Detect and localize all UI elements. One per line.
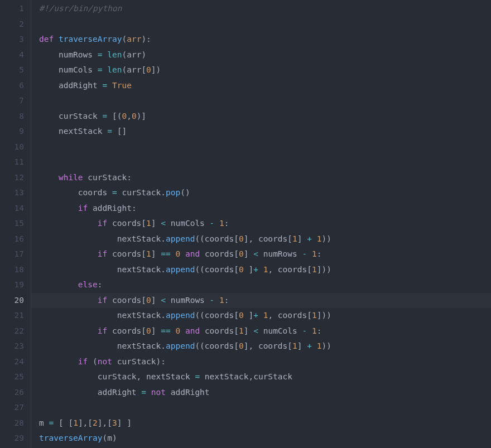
code-token: nextStack [141,372,195,381]
code-token: numRows [258,249,302,258]
code-token: 1 [219,219,224,228]
code-token: coords [205,341,234,350]
code-token: ] [151,65,156,74]
code-line[interactable]: if coords[0] == 0 and coords[1] < numCol… [39,324,331,339]
code-token: ] [297,341,302,350]
code-token: )) [321,341,331,350]
code-token: nextStack [39,127,107,136]
code-token: 1 [146,219,151,228]
code-line[interactable]: curStack = [(0,0)] [39,109,331,124]
code-token [112,127,117,136]
code-token: coords [205,311,234,320]
code-token: [ [234,249,239,258]
code-token: if [78,357,88,366]
code-token: + [307,341,312,350]
code-line[interactable] [39,139,331,155]
code-token: , [248,372,253,381]
code-token: : [98,280,103,289]
code-token: [ [141,296,146,305]
code-line[interactable]: if coords[0] < numRows - 1: [31,293,491,309]
code-token: [ [287,341,292,350]
code-token: [ [234,326,239,335]
code-token: [ [ [59,418,73,427]
code-token: , [127,112,132,121]
code-token: 0 [175,249,180,258]
code-token: addRight [39,388,141,397]
code-token [39,204,78,213]
code-token: [ [234,265,239,274]
code-line[interactable]: nextStack.append((coords[0 ]+ 1, coords[… [39,262,331,278]
code-line[interactable]: numRows = len(arr) [39,47,331,63]
code-line[interactable]: nextStack.append((coords[0], coords[1] +… [39,232,331,247]
code-token: 0 [122,112,127,121]
code-token: = [103,81,108,90]
code-token: : [224,219,229,228]
code-token: nextStack [39,341,161,350]
code-line[interactable]: coords = curStack.pop() [39,185,331,201]
code-token: numCols [166,219,210,228]
code-line[interactable] [39,17,331,32]
code-line[interactable]: nextStack = [] [39,124,331,139]
code-line[interactable] [39,400,331,416]
code-token [248,249,253,258]
code-token [156,296,161,305]
code-token: traverseArray [59,35,122,44]
code-token: + [253,265,258,274]
code-token: ( [93,357,98,366]
code-line[interactable]: m = [ [1],[2],[3] ] [39,416,331,431]
code-token: nextStack [39,311,161,320]
code-line[interactable]: if coords[1] < numCols - 1: [39,216,331,232]
code-line[interactable]: #!/usr/bin/python [39,1,331,17]
code-token [103,50,108,59]
code-token: 2 [93,418,98,427]
line-number: 1 [0,1,24,17]
line-number: 19 [0,277,24,293]
code-token [39,296,98,305]
code-line[interactable]: if coords[1] == 0 and coords[0] < numRow… [39,247,331,262]
line-number: 20 [0,293,24,309]
code-token [258,265,263,274]
code-token: 1 [312,249,317,258]
code-token: : [317,249,322,258]
code-token: coords [107,219,141,228]
line-number: 7 [0,93,24,109]
line-number: 24 [0,354,24,370]
code-line[interactable]: while curStack: [39,170,331,186]
code-line[interactable]: addRight = not addRight [39,385,331,401]
code-token: numCols [258,326,302,335]
code-token: . [161,188,166,197]
code-token: ] ] [117,418,132,427]
code-line[interactable]: else: [39,277,331,293]
code-line[interactable]: if (not curStack): [39,354,331,370]
line-number: 2 [0,17,24,32]
code-token: 0 [132,112,137,121]
code-token [248,326,253,335]
code-token: ] [297,234,302,243]
code-token: coords [205,234,234,243]
line-number: 17 [0,247,24,262]
code-token: while [59,173,83,182]
code-token: )] [137,112,146,121]
code-line[interactable]: curStack, nextStack = nextStack,curStack [39,369,331,385]
code-token: < [253,326,258,335]
code-token: [ [307,265,312,274]
line-number: 18 [0,262,24,278]
code-line[interactable]: addRight = True [39,78,331,94]
code-token [214,296,219,305]
code-token: < [253,249,258,258]
code-token: not [151,388,166,397]
code-line[interactable]: nextStack.append((coords[0], coords[1] +… [39,339,331,354]
code-line[interactable]: numCols = len(arr[0]) [39,62,331,78]
code-line[interactable] [39,155,331,170]
code-token [258,311,263,320]
code-line[interactable] [39,93,331,109]
code-token [54,35,59,44]
code-token [39,280,78,289]
code-line[interactable]: if addRight: [39,201,331,216]
code-editor-content[interactable]: #!/usr/bin/python def traverseArray(arr)… [31,0,331,448]
code-line[interactable]: def traverseArray(arr): [39,32,331,47]
code-line[interactable]: nextStack.append((coords[0 ]+ 1, coords[… [39,308,331,324]
code-line[interactable]: traverseArray(m) [39,431,331,446]
code-token: 0 [239,341,244,350]
line-number: 22 [0,324,24,339]
